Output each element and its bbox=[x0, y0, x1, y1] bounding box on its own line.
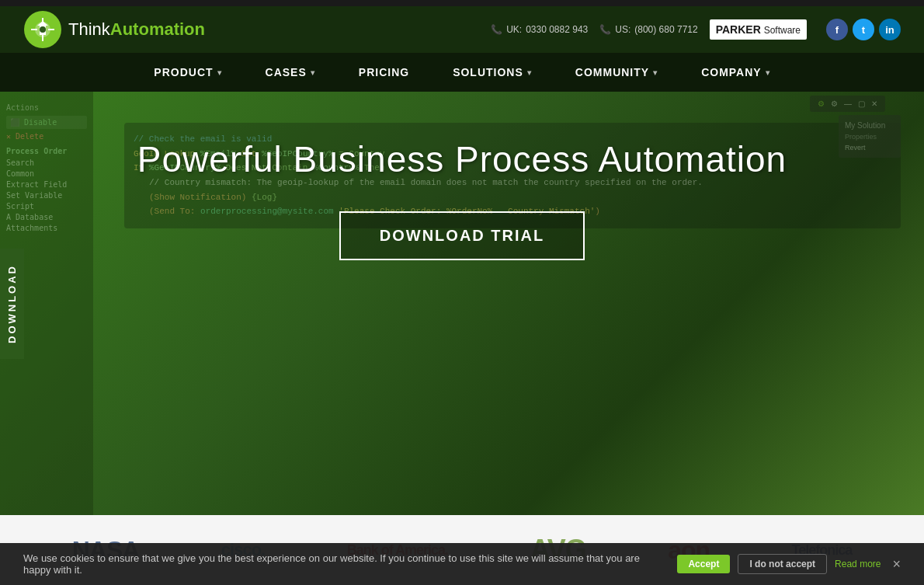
header-right: 📞 UK: 0330 0882 943 📞 US: (800) 680 7712… bbox=[491, 19, 901, 40]
chevron-down-icon: ▾ bbox=[653, 68, 658, 77]
svg-point-2 bbox=[40, 26, 46, 33]
parker-text: PARKER Software bbox=[716, 23, 801, 36]
cookie-accept-button[interactable]: Accept bbox=[677, 555, 730, 573]
logo-icon bbox=[23, 10, 62, 49]
cookie-read-more-button[interactable]: Read more bbox=[835, 559, 881, 569]
cookie-text: We use cookies to ensure that we give yo… bbox=[23, 552, 662, 576]
chevron-down-icon: ▾ bbox=[311, 68, 315, 77]
header: ThinkAutomation 📞 UK: 0330 0882 943 📞 US… bbox=[0, 6, 924, 53]
chevron-down-icon: ▾ bbox=[217, 68, 222, 77]
us-number[interactable]: (800) 680 7712 bbox=[634, 24, 697, 35]
phone-icon-us: 📞 bbox=[599, 24, 611, 35]
cookie-actions: Accept I do not accept Read more bbox=[677, 554, 881, 574]
download-side-tab[interactable]: DOWNLOAD bbox=[0, 249, 24, 359]
linkedin-icon[interactable]: in bbox=[879, 19, 901, 40]
header-left: ThinkAutomation bbox=[23, 10, 205, 49]
logo[interactable]: ThinkAutomation bbox=[23, 10, 205, 49]
logo-text: ThinkAutomation bbox=[68, 19, 205, 40]
top-bar bbox=[0, 0, 924, 6]
parker-software-logo[interactable]: PARKER Software bbox=[710, 19, 807, 40]
uk-label: UK: bbox=[506, 24, 522, 35]
cookie-decline-button[interactable]: I do not accept bbox=[738, 554, 827, 574]
hero-section: Actions ⬛ Disable ✕ Delete Process Order… bbox=[0, 92, 924, 515]
chevron-down-icon: ▾ bbox=[766, 68, 770, 77]
phone-bar: 📞 UK: 0330 0882 943 📞 US: (800) 680 7712 bbox=[491, 24, 698, 35]
chevron-down-icon: ▾ bbox=[527, 68, 532, 77]
download-trial-button[interactable]: DOWNLOAD TRIAL bbox=[339, 211, 585, 260]
twitter-icon[interactable]: t bbox=[853, 19, 874, 40]
nav-item-solutions[interactable]: SOLUTIONS ▾ bbox=[431, 53, 554, 92]
cookie-banner: We use cookies to ensure that we give yo… bbox=[0, 543, 924, 585]
nav-item-cases[interactable]: CASES ▾ bbox=[244, 53, 337, 92]
nav-item-company[interactable]: COMPANY ▾ bbox=[679, 53, 792, 92]
facebook-icon[interactable]: f bbox=[826, 19, 848, 40]
uk-number[interactable]: 0330 0882 943 bbox=[526, 24, 588, 35]
nav-item-product[interactable]: PRODUCT ▾ bbox=[132, 53, 243, 92]
nav-item-pricing[interactable]: PRICING bbox=[337, 53, 431, 92]
nav-item-community[interactable]: COMMUNITY ▾ bbox=[554, 53, 679, 92]
social-icons: f t in bbox=[826, 19, 901, 40]
hero-content: Powerful Business Process Automation DOW… bbox=[0, 92, 924, 260]
phone-icon-uk: 📞 bbox=[491, 24, 502, 35]
main-navigation: PRODUCT ▾ CASES ▾ PRICING SOLUTIONS ▾ CO… bbox=[0, 53, 924, 92]
us-label: US: bbox=[615, 24, 630, 35]
cookie-close-button[interactable]: × bbox=[892, 556, 901, 573]
hero-title: Powerful Business Process Automation bbox=[0, 138, 924, 180]
